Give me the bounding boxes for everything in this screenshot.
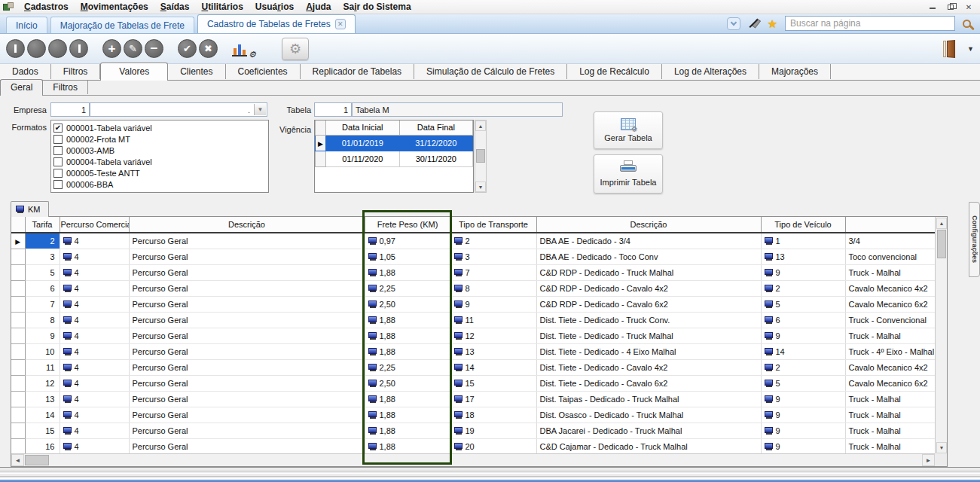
- veiculo-nome-cell[interactable]: Toco convencional: [845, 249, 935, 264]
- veiculo-nome-cell[interactable]: Truck - Malhal: [845, 264, 935, 280]
- col-tipo-transporte[interactable]: Tipo de Transporte: [450, 217, 536, 233]
- col-frete-peso-km[interactable]: Frete Peso (KM): [365, 217, 450, 233]
- vigencia-row[interactable]: ▶ 01/01/2019 31/12/2020: [316, 135, 473, 151]
- descricao-cell[interactable]: Percurso Geral: [129, 328, 365, 343]
- percurso-cell[interactable]: 4: [60, 407, 129, 423]
- veiculo-nome-cell[interactable]: Truck - 4º Eixo - Malhal: [845, 343, 935, 359]
- scroll-thumb[interactable]: [25, 455, 49, 465]
- tipo-transporte-cell[interactable]: 7: [450, 264, 536, 280]
- tipo-veiculo-cell[interactable]: 2: [761, 359, 845, 375]
- descricao-cell[interactable]: Percurso Geral: [129, 249, 365, 264]
- vigencia-scrollbar[interactable]: ▲ ▼: [475, 120, 487, 193]
- frete-peso-cell[interactable]: 1,88: [365, 312, 450, 328]
- frete-peso-cell[interactable]: 1,88: [365, 407, 450, 423]
- table-row[interactable]: ▶ 6 4 Percurso Geral 2,25 8 C&D RDP - De…: [11, 280, 935, 296]
- descricao-cell[interactable]: Percurso Geral: [129, 264, 365, 280]
- tipo-veiculo-cell[interactable]: 2: [761, 280, 845, 296]
- descricao2-cell[interactable]: C&D RDP - Dedicado - Truck Malhal: [536, 264, 761, 280]
- tab-km[interactable]: KM: [11, 201, 49, 217]
- table-row[interactable]: ▶ 3 4 Percurso Geral 1,05 3 DBA AE - Ded…: [11, 249, 935, 264]
- combo-dropdown-icon[interactable]: ▼: [254, 104, 266, 115]
- tipo-veiculo-cell[interactable]: 9: [761, 328, 845, 343]
- veiculo-nome-cell[interactable]: Cavalo Mecanico 6x2: [845, 296, 935, 312]
- tipo-transporte-cell[interactable]: 11: [450, 312, 536, 328]
- chart-with-gear-icon[interactable]: ⚙: [232, 41, 250, 57]
- tarifa-cell[interactable]: 11: [25, 359, 60, 375]
- percurso-cell[interactable]: 4: [60, 233, 129, 249]
- table-row[interactable]: ▶ 14 4 Percurso Geral 1,88 18 Dist. Osas…: [11, 407, 935, 423]
- module-tab[interactable]: Simulação de Cálculo de Fretes: [414, 64, 567, 79]
- close-tab-icon[interactable]: ✕: [335, 19, 346, 29]
- descricao2-cell[interactable]: Dist. Osasco - Dedicado - Truck Malhal: [536, 407, 761, 423]
- dropdown-caret-icon[interactable]: ▼: [967, 45, 974, 53]
- scroll-right-icon[interactable]: ►: [922, 454, 935, 466]
- tarifa-cell[interactable]: 7: [25, 296, 60, 312]
- scroll-up-icon[interactable]: ▲: [936, 218, 947, 229]
- module-tab[interactable]: Dados: [0, 64, 51, 79]
- menu-item[interactable]: Movimentações: [75, 1, 154, 13]
- minimize-button[interactable]: [926, 2, 939, 12]
- descricao2-cell[interactable]: Dist. Tiete - Dedicado - Truck Malhal: [536, 328, 761, 343]
- toolbar-button[interactable]: [124, 39, 142, 58]
- scroll-down-icon[interactable]: ▼: [936, 442, 947, 453]
- tipo-transporte-cell[interactable]: 19: [450, 423, 536, 438]
- tipo-veiculo-cell[interactable]: 9: [761, 264, 845, 280]
- checkbox-icon[interactable]: [53, 157, 63, 166]
- percurso-cell[interactable]: 4: [60, 438, 129, 454]
- scroll-thumb[interactable]: [937, 230, 946, 258]
- frete-peso-cell[interactable]: 1,88: [365, 391, 450, 407]
- percurso-cell[interactable]: 4: [60, 296, 129, 312]
- percurso-cell[interactable]: 4: [60, 249, 129, 264]
- descricao2-cell[interactable]: DBA Jacarei - Dedicado - Truck Malhal: [536, 423, 761, 438]
- toolbar-button[interactable]: [199, 39, 218, 58]
- vigencia-data-inicial-cell[interactable]: 01/01/2019: [326, 135, 399, 151]
- frete-peso-cell[interactable]: 1,88: [365, 343, 450, 359]
- module-tab[interactable]: Replicador de Tabelas: [301, 64, 415, 79]
- scroll-up-icon[interactable]: ▲: [475, 120, 486, 131]
- module-tab[interactable]: Log de Alterações: [662, 64, 759, 79]
- vigencia-row[interactable]: ▶ 01/11/2020 30/11/2020: [316, 151, 473, 166]
- tarifa-cell[interactable]: 12: [25, 375, 60, 391]
- tarifa-cell[interactable]: 13: [25, 391, 60, 407]
- gerar-tabela-button[interactable]: ⚙ Gerar Tabela: [594, 111, 663, 149]
- descricao-cell[interactable]: Percurso Geral: [129, 233, 365, 249]
- module-tab[interactable]: Majorações: [759, 64, 831, 79]
- table-row[interactable]: ▶ 13 4 Percurso Geral 1,88 17 Dist. Taip…: [11, 391, 935, 407]
- checkbox-icon[interactable]: [53, 124, 63, 133]
- magnifier-icon[interactable]: [963, 20, 971, 28]
- module-tab[interactable]: Coeficientes: [226, 64, 301, 79]
- tarifa-cell[interactable]: 15: [25, 423, 60, 438]
- formato-item[interactable]: 000002-Frota MT: [53, 133, 266, 145]
- tipo-transporte-cell[interactable]: 20: [450, 438, 536, 454]
- descricao-cell[interactable]: Percurso Geral: [129, 407, 365, 423]
- table-row[interactable]: ▶ 10 4 Percurso Geral 1,88 13 Dist. Tiet…: [11, 343, 935, 359]
- tarifa-cell[interactable]: 10: [25, 343, 60, 359]
- descricao2-cell[interactable]: Dist. Tiete - Dedicado - Truck Conv.: [536, 312, 761, 328]
- table-row[interactable]: ▶ 11 4 Percurso Geral 2,25 14 Dist. Tiet…: [11, 359, 935, 375]
- percurso-cell[interactable]: 4: [60, 280, 129, 296]
- percurso-cell[interactable]: 4: [60, 328, 129, 343]
- tipo-transporte-cell[interactable]: 8: [450, 280, 536, 296]
- tarifa-cell[interactable]: 3: [25, 249, 60, 264]
- tipo-veiculo-cell[interactable]: 5: [761, 375, 845, 391]
- empresa-code-field[interactable]: 1: [50, 102, 90, 117]
- percurso-cell[interactable]: 4: [60, 312, 129, 328]
- grid-horizontal-scrollbar[interactable]: ◄ ►: [11, 453, 935, 466]
- sub-tab[interactable]: Filtros: [43, 81, 88, 94]
- menu-item[interactable]: Usuários: [249, 1, 300, 13]
- descricao2-cell[interactable]: Dist. Tiete - Dedicado - Cavalo 4x2: [536, 359, 761, 375]
- menu-item[interactable]: Sair do Sistema: [337, 1, 417, 13]
- descricao2-cell[interactable]: Dist. Tiete - Dedicado - Cavalo 6x2: [536, 375, 761, 391]
- descricao-cell[interactable]: Percurso Geral: [129, 296, 365, 312]
- table-row[interactable]: ▶ 8 4 Percurso Geral 1,88 11 Dist. Tiete…: [11, 312, 935, 328]
- close-button[interactable]: ✕: [962, 2, 975, 12]
- frete-peso-cell[interactable]: 0,97: [365, 233, 450, 249]
- document-tab[interactable]: Cadastro de Tabelas de Fretes ✕: [197, 14, 356, 33]
- vigencia-data-final-cell[interactable]: 31/12/2020: [399, 135, 472, 151]
- descricao-cell[interactable]: Percurso Geral: [129, 423, 365, 438]
- tarifa-cell[interactable]: 16: [25, 438, 60, 454]
- toolbar-button[interactable]: [6, 39, 25, 58]
- tipo-transporte-cell[interactable]: 14: [450, 359, 536, 375]
- scroll-thumb[interactable]: [476, 149, 485, 163]
- tipo-transporte-cell[interactable]: 9: [450, 296, 536, 312]
